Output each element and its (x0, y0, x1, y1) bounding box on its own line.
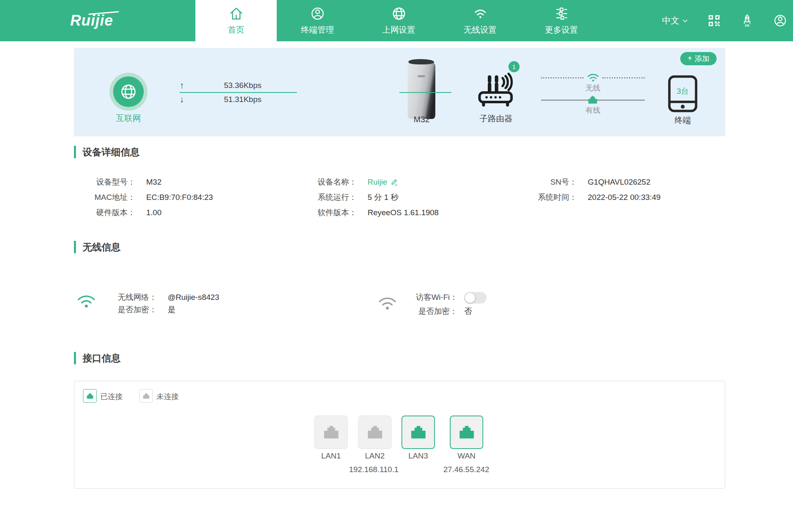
clients-icon (310, 6, 325, 21)
account-icon[interactable] (773, 14, 787, 28)
section-title-text: 接口信息 (83, 352, 121, 365)
terminal-count: 3台 (667, 86, 698, 97)
router-product-image (408, 61, 435, 119)
terminal-node[interactable]: 3台 (667, 74, 698, 113)
language-label: 中文 (662, 15, 679, 26)
ethernet-port-icon (457, 423, 476, 442)
port-wan (450, 416, 483, 449)
upload-arrow-icon (180, 81, 194, 90)
qr-code-icon[interactable] (707, 14, 721, 28)
system-time-row: 系统时间： 2022-05-22 00:33:49 (508, 192, 660, 203)
field-label: 系统时间： (508, 192, 577, 203)
wired-port-icon (587, 94, 598, 106)
language-selector[interactable]: 中文 (662, 15, 688, 26)
port-lan3-label: LAN3 (401, 451, 435, 461)
tab-internet-settings[interactable]: 上网设置 (358, 0, 439, 41)
ssid-row: 无线网络： @Ruijie-s8423 (95, 292, 219, 303)
wireless-wifi-icon (587, 72, 599, 83)
tab-label: 首页 (228, 24, 245, 36)
wireless-info-section-title: 无线信息 (74, 240, 121, 254)
guest-encryption-value: 否 (464, 306, 472, 317)
wireless-label: 无线 (541, 83, 645, 94)
download-arrow-icon (180, 95, 194, 104)
ethernet-port-icon (322, 423, 341, 442)
connected-legend-label: 已连接 (100, 392, 123, 401)
mac-address-row: MAC地址： EC:B9:70:F0:84:23 (74, 192, 213, 203)
main-router-node[interactable] (408, 61, 436, 119)
guest-wifi-icon (378, 295, 397, 311)
disconnected-legend-label: 未连接 (157, 392, 179, 401)
section-accent-bar (74, 352, 76, 364)
wired-connection-row (541, 94, 645, 106)
chevron-down-icon (682, 19, 688, 23)
router-model-label: M32 (408, 115, 436, 124)
interface-info-section-title: 接口信息 (74, 352, 121, 365)
toggle-knob (465, 293, 475, 303)
field-label: 无线网络： (95, 292, 157, 303)
ethernet-port-icon (366, 423, 385, 442)
plus-icon (687, 55, 692, 63)
tab-label: 更多设置 (545, 24, 578, 36)
wireless-dotted-line (602, 77, 645, 78)
guest-wifi-toggle[interactable] (464, 292, 487, 304)
serial-number-value: G1QHAVL026252 (588, 178, 651, 187)
upload-speed: 53.36Kbps (194, 81, 297, 90)
device-name-row: 设备名称： Ruijie (289, 176, 398, 188)
download-speed: 51.31Kbps (194, 95, 297, 104)
globe-icon (392, 6, 406, 21)
uptime-value: 5 分 1 秒 (368, 192, 399, 203)
connection-legend: 无线 有线 (541, 72, 645, 116)
add-device-button[interactable]: 添加 (680, 52, 717, 65)
topbar-actions: 中文 (662, 0, 787, 41)
disconnected-legend-icon (139, 389, 153, 403)
section-title-text: 无线信息 (83, 241, 121, 254)
field-label: 是否加密： (396, 306, 458, 317)
port-wan-label: WAN (450, 451, 483, 461)
tab-wireless-settings[interactable]: 无线设置 (439, 0, 521, 41)
encryption-value: 是 (168, 304, 176, 315)
wan-ip-address: 27.46.55.242 (415, 465, 518, 474)
field-label: 系统运行： (289, 192, 357, 203)
field-label: MAC地址： (74, 192, 135, 203)
device-name-value: Ruijie (368, 178, 387, 187)
field-label: SN号： (508, 177, 577, 188)
sub-router-count-badge: 1 (508, 61, 520, 72)
hardware-version-value: 1.00 (146, 208, 161, 217)
sub-router-node[interactable]: 1 (477, 71, 515, 117)
internet-node (109, 73, 147, 111)
tab-label: 终端管理 (301, 24, 334, 36)
lan-ip-address: 192.168.110.1 (322, 465, 425, 474)
tab-home[interactable]: 首页 (195, 0, 277, 41)
port-lan2-label: LAN2 (358, 451, 392, 461)
rocket-icon[interactable] (740, 14, 754, 28)
internet-label: 互联网 (109, 113, 147, 124)
field-label: 硬件版本： (74, 207, 135, 218)
brand-logo: Ruijie (70, 0, 113, 41)
nav-tabs: 首页 终端管理 上网设置 (195, 0, 602, 41)
router-dashboard-page: Ruijie 首页 终端管理 (0, 0, 793, 532)
hardware-version-row: 硬件版本： 1.00 (74, 207, 161, 218)
port-lan3 (401, 416, 435, 449)
network-topology-banner: 互联网 53.36Kbps 51.31Kbps M32 1 (74, 48, 725, 136)
section-title-text: 设备详细信息 (83, 146, 140, 159)
top-navigation-bar: Ruijie 首页 终端管理 (0, 0, 793, 41)
serial-number-row: SN号： G1QHAVL026252 (508, 176, 651, 188)
device-model-row: 设备型号： M32 (74, 176, 161, 188)
sliders-icon (554, 6, 569, 21)
field-label: 设备型号： (74, 177, 135, 188)
field-label: 设备名称： (289, 177, 357, 188)
terminal-label: 终端 (667, 115, 698, 126)
main-wifi-icon (77, 293, 96, 309)
port-lan1-label: LAN1 (314, 451, 348, 461)
port-lan1 (314, 416, 348, 449)
software-version-row: 软件版本： ReyeeOS 1.61.1908 (289, 207, 439, 218)
edit-pencil-icon (391, 178, 398, 186)
tab-more-settings[interactable]: 更多设置 (521, 0, 602, 41)
tab-clients[interactable]: 终端管理 (277, 0, 358, 41)
wifi-icon (473, 6, 488, 21)
software-version-value: ReyeeOS 1.61.1908 (368, 208, 439, 217)
port-lan2 (358, 416, 392, 449)
globe-icon (113, 76, 144, 107)
device-name-edit[interactable]: Ruijie (368, 178, 398, 187)
guest-wifi-row: 访客Wi-Fi： (396, 292, 458, 303)
